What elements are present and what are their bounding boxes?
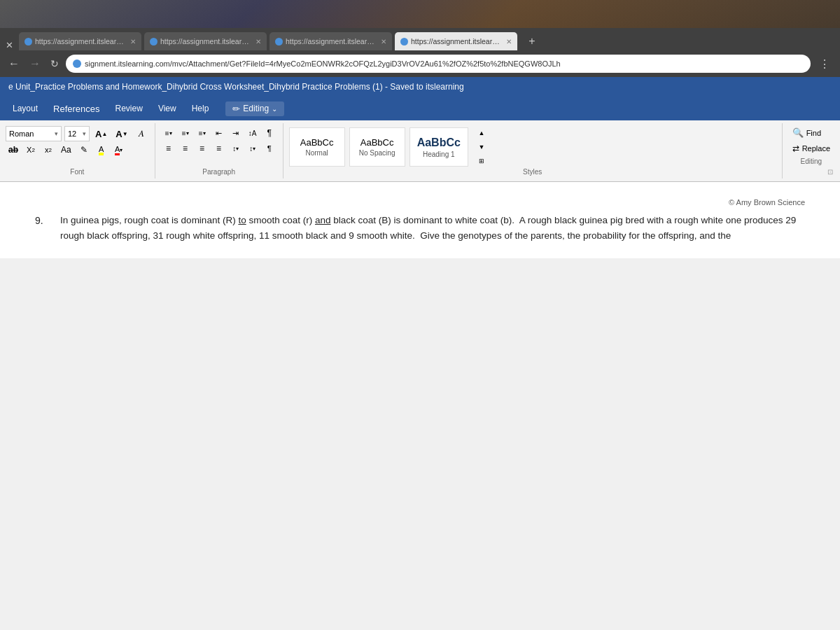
- paragraph-mark-button[interactable]: ¶: [262, 141, 277, 155]
- text-effects-button[interactable]: ✎: [76, 143, 92, 157]
- replace-label: Replace: [802, 144, 830, 153]
- document-title: e Unit_Practice Problems and Homework_Di…: [8, 82, 464, 92]
- style-heading1-label: Heading 1: [423, 150, 455, 158]
- font-size-select[interactable]: 12 ▾: [64, 126, 90, 141]
- font-group-label: Font: [6, 168, 149, 176]
- copyright-line: © Amy Brown Science: [35, 196, 805, 209]
- styles-group: AaBbCc Normal AaBbCc No Spacing AaBbCc H…: [284, 123, 783, 178]
- paragraph-group-label: Paragraph: [161, 168, 277, 176]
- font-group: Roman ▾ 12 ▾ A▲ A▼ 𝐴 ab X2 x2 Aa ✎ A A: [0, 123, 155, 178]
- replace-button[interactable]: ⇄ Replace: [790, 142, 833, 155]
- ribbon-menu-help[interactable]: Help: [185, 101, 216, 116]
- font-size-dropdown-icon: ▾: [83, 130, 86, 137]
- find-button[interactable]: 🔍 Find: [790, 126, 833, 139]
- nav-forward-button[interactable]: →: [27, 56, 43, 71]
- to-text: to: [238, 215, 246, 225]
- font-size-value: 12: [68, 130, 76, 138]
- tab-2-label: https://assignment.itslearning.c...: [160, 37, 251, 46]
- multilevel-button[interactable]: ≡▾: [195, 126, 210, 140]
- font-select-button[interactable]: Aa: [58, 143, 74, 157]
- tab-1-label: https://assignment.itslearning.c...: [35, 37, 126, 46]
- superscript-button[interactable]: x2: [41, 143, 56, 157]
- paragraph-number: 9.: [35, 213, 53, 244]
- document-content: © Amy Brown Science 9. In guinea pigs, r…: [0, 182, 840, 258]
- editing-tools-label: Editing: [790, 158, 833, 165]
- pencil-icon: ✏: [232, 104, 240, 114]
- new-tab-button[interactable]: +: [523, 32, 541, 50]
- browser-tab-2[interactable]: https://assignment.itslearning.c... ✕: [144, 32, 267, 50]
- editing-expand-icon: ⊡: [827, 168, 833, 176]
- style-no-spacing[interactable]: AaBbCc No Spacing: [349, 127, 405, 167]
- editing-mode-button[interactable]: ✏ Editing ⌄: [225, 102, 284, 116]
- style-heading1-preview: AaBbCc: [417, 136, 461, 149]
- styles-expand[interactable]: ⊞: [474, 155, 489, 167]
- address-bar-security-icon: [73, 59, 81, 68]
- settings-button[interactable]: ⋮: [815, 56, 834, 72]
- style-normal-preview: AaBbCc: [300, 137, 334, 148]
- styles-scroll-down[interactable]: ▼: [474, 141, 489, 153]
- style-nospace-label: No Spacing: [359, 149, 396, 157]
- ribbon-menu-view[interactable]: View: [151, 101, 183, 116]
- bold-button[interactable]: ab: [6, 143, 21, 157]
- align-center-button[interactable]: ≡: [178, 141, 193, 155]
- indent-spacing-button[interactable]: ↕▾: [245, 141, 260, 155]
- paragraph-9: 9. In guinea pigs, rough coat is dominan…: [35, 213, 805, 244]
- find-icon: 🔍: [792, 127, 804, 138]
- font-name-value: Roman: [9, 130, 34, 138]
- line-spacing-button[interactable]: ↕▾: [228, 141, 244, 155]
- address-bar-url[interactable]: signment.itslearning.com/mvc/Attachment/…: [85, 59, 561, 68]
- ribbon-menu-references[interactable]: References: [46, 101, 106, 117]
- font-color-dropdown-icon: ▾: [120, 147, 122, 153]
- subscript-button[interactable]: X2: [23, 143, 38, 157]
- font-name-select[interactable]: Roman ▾: [6, 126, 62, 141]
- paragraph-group: ≡▾ ≡▾ ≡▾ ⇤ ⇥ ↕A ¶ ≡ ≡ ≡ ≡ ↕▾ ↕▾ ¶ Paragr…: [155, 123, 284, 178]
- ribbon-menu-review[interactable]: Review: [108, 101, 150, 116]
- font-shrink-button[interactable]: A▼: [113, 127, 130, 141]
- browser-tab-3[interactable]: https://assignment.itslearning.c... ✕: [270, 32, 392, 50]
- justify-button[interactable]: ≡: [211, 141, 227, 155]
- styles-scroll-up[interactable]: ▲: [474, 127, 489, 139]
- align-left-button[interactable]: ≡: [161, 141, 176, 155]
- increase-indent-button[interactable]: ⇥: [228, 126, 244, 140]
- tab-4-close[interactable]: ✕: [506, 38, 512, 46]
- bullets-button[interactable]: ≡▾: [161, 126, 176, 140]
- style-normal[interactable]: AaBbCc Normal: [289, 127, 345, 167]
- and-text: and: [315, 215, 331, 225]
- styles-group-label: Styles: [289, 168, 776, 176]
- clear-formatting-button[interactable]: 𝐴: [134, 127, 149, 141]
- styles-scroll-buttons: ▲ ▼ ⊞: [474, 127, 489, 167]
- font-grow-button[interactable]: A▲: [92, 127, 110, 141]
- find-label: Find: [806, 129, 821, 137]
- nav-refresh-button[interactable]: ↻: [48, 57, 62, 71]
- decrease-indent-button[interactable]: ⇤: [211, 126, 227, 140]
- style-nospace-preview: AaBbCc: [360, 137, 394, 148]
- font-name-dropdown-icon: ▾: [55, 130, 58, 137]
- ribbon-menu-layout[interactable]: Layout: [6, 101, 45, 116]
- tab-3-label: https://assignment.itslearning.c...: [286, 37, 377, 46]
- replace-icon: ⇄: [792, 144, 799, 153]
- highlight-button[interactable]: A: [94, 143, 109, 157]
- style-heading1[interactable]: AaBbCc Heading 1: [410, 127, 468, 167]
- sort-button[interactable]: ↕A: [245, 126, 260, 140]
- browser-tab-1[interactable]: https://assignment.itslearning.c... ✕: [19, 32, 141, 50]
- tab-2-close[interactable]: ✕: [255, 38, 261, 46]
- tab-3-close[interactable]: ✕: [381, 38, 386, 46]
- nav-back-button[interactable]: ←: [6, 56, 22, 71]
- editing-label: Editing: [243, 104, 269, 113]
- numbering-button[interactable]: ≡▾: [178, 126, 193, 140]
- editing-chevron-icon: ⌄: [272, 105, 277, 113]
- paragraph-text: In guinea pigs, rough coat is dominant (…: [60, 213, 805, 244]
- tab-1-close[interactable]: ✕: [130, 38, 136, 46]
- style-normal-label: Normal: [306, 149, 328, 157]
- show-hide-button[interactable]: ¶: [262, 126, 277, 140]
- font-color-button[interactable]: A ▾: [111, 143, 127, 157]
- tab-4-label: https://assignment.itslearning.c...: [411, 37, 502, 46]
- align-right-button[interactable]: ≡: [195, 141, 210, 155]
- browser-tab-4[interactable]: https://assignment.itslearning.c... ✕: [395, 32, 517, 50]
- close-window-button[interactable]: ✕: [6, 40, 13, 50]
- editing-tools-group: 🔍 Find ⇄ Replace Editing ⊡: [783, 123, 840, 178]
